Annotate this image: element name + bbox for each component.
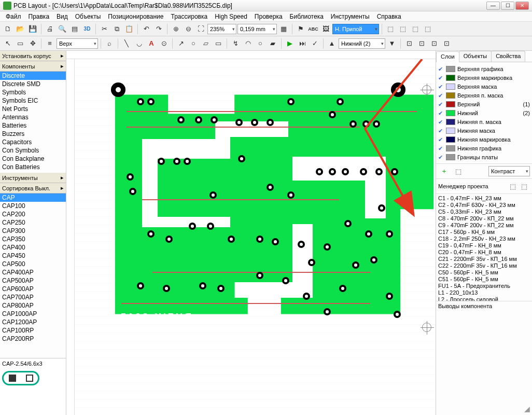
proj-item[interactable]: C18 - 2,2mF 250v - КН_23 мм [438,236,530,242]
zoom-combo[interactable]: 235% [207,24,236,34]
menu-tools[interactable]: Инструменты [327,12,373,21]
tool-d-icon[interactable]: ⬚ [422,23,433,35]
close-button[interactable]: ✕ [515,2,529,10]
pad[interactable] [147,98,155,105]
proj-item[interactable]: C22 - 2200mF 35v - КП_16 мм [438,262,530,269]
undo-icon[interactable]: ↶ [141,23,152,35]
zoom-fit-icon[interactable]: ⛶ [195,23,206,35]
pad[interactable] [352,261,359,269]
menu-library[interactable]: Библиотека [286,12,327,21]
pad[interactable] [177,116,185,123]
pad[interactable] [211,116,218,123]
lib-item[interactable]: Net Ports [0,105,66,113]
pad[interactable] [272,238,279,245]
menu-routing[interactable]: Трассировка [167,12,212,21]
pad[interactable] [386,293,393,300]
maximize-button[interactable]: ☐ [501,2,514,10]
proj-item[interactable]: FU1 - 5А - Предохранитель [438,283,530,289]
comp-item[interactable]: CAP400AP [0,268,66,276]
pad[interactable] [137,98,144,105]
proj-item[interactable]: C50 - 560pF - КН_5 мм [438,269,530,276]
layer-row[interactable]: ✔Верхняя маска [436,82,532,91]
pad[interactable] [165,236,173,243]
preview-icon[interactable]: 🔍 [57,23,68,35]
proj-item[interactable]: C17 - 560p - КН_6 мм [438,229,530,236]
comp-item[interactable]: CAP [0,193,66,202]
layer-icon[interactable]: ≡ [44,38,55,49]
line-tool-icon[interactable]: ╲ [121,38,132,49]
proj-tool1-icon[interactable]: ⬚ [507,181,519,192]
component-list[interactable]: CAPCAP100CAP200CAP250CAP300CAP350CAP400C… [0,193,66,358]
step-icon[interactable]: ⏭ [297,38,308,49]
pad[interactable] [391,168,398,175]
misc3-icon[interactable]: ⊡ [428,38,440,49]
misc2-icon[interactable]: ⊡ [416,38,427,49]
comp-item[interactable]: CAP1200AP [0,318,66,326]
zoom-out-icon[interactable]: ⊖ [183,23,194,35]
pan-tool-icon[interactable]: ✥ [27,38,38,49]
circle-icon[interactable]: ○ [255,38,266,49]
proj-item[interactable]: C8 - 470mF 200v - КП_22 мм [438,215,530,222]
layer-props-icon[interactable]: ⬚ [453,165,464,177]
panel-head-sort[interactable]: Сортировка Выкл.▸ [0,183,66,193]
contrast-combo[interactable]: Контраст [488,166,530,176]
layer-row[interactable]: ✔Нижний(2) [436,108,532,117]
pad[interactable] [195,116,202,123]
menu-edit[interactable]: Правка [25,12,53,21]
pad[interactable] [362,120,370,128]
pad[interactable] [303,293,310,300]
minimize-button[interactable]: — [486,2,500,10]
misc4-icon[interactable]: ⊡ [441,38,452,49]
pad[interactable] [235,119,243,126]
add-layer-icon[interactable]: ＋ [438,165,450,177]
check-icon[interactable]: ✔ [438,75,444,80]
pad[interactable] [324,243,331,251]
arrow-tool-icon[interactable]: ↖ [2,38,13,49]
panel-head-body[interactable]: Установить корпус▸ [0,51,66,61]
paste-icon[interactable]: 📋 [123,23,135,35]
check-icon[interactable]: ✔ [438,145,444,151]
pad[interactable] [386,230,393,238]
rect-icon[interactable]: ▭ [213,38,224,49]
layer-row[interactable]: ✔Границы платы [436,153,532,161]
pad[interactable] [207,223,214,230]
grid-combo[interactable]: 0,159 mm [237,24,277,34]
pad[interactable] [365,230,372,238]
comp-item[interactable]: CAP350 [0,235,66,243]
proj-item[interactable]: C20 - 0,47mF - КН_8 мм [438,249,530,256]
tab-layers[interactable]: Слои [436,51,459,62]
track2-icon[interactable]: ↯ [230,38,241,49]
proj-item[interactable]: C51 - 560pF - КН_5 мм [438,276,530,283]
panel-head-components[interactable]: Компоненты▸ [0,61,66,72]
top-layer-combo[interactable]: Верх [57,38,98,49]
panel-icon[interactable]: ▤ [69,23,80,35]
lib-item[interactable]: Antennas [0,113,66,121]
comp-item[interactable]: CAP500AP [0,276,66,285]
tab-properties[interactable]: Свойства [491,51,525,62]
run-icon[interactable]: ▶ [284,38,296,49]
pad[interactable] [344,220,352,227]
picture-icon[interactable]: 🖼 [320,23,331,35]
pad[interactable] [373,120,380,128]
menu-help[interactable]: Справка [373,12,405,21]
tool-b-icon[interactable]: ⬚ [397,23,409,35]
via-icon[interactable]: ○ [188,38,199,49]
pad[interactable] [370,256,377,264]
pad[interactable] [308,259,315,266]
new-icon[interactable]: 🗋 [2,23,13,35]
proj-item[interactable]: L2 - Дроссель силовой [438,296,530,301]
menu-positioning[interactable]: Позиционирование [104,12,167,21]
layer-row[interactable]: ✔Нижняя маркировка [436,135,532,144]
tool-c-icon[interactable]: ⬚ [410,23,421,35]
resize-grip-icon[interactable]: ◢ [524,405,530,413]
layer-row[interactable]: ✔Нижняя маска [436,126,532,135]
menu-check[interactable]: Проверка [251,12,286,21]
arc-icon[interactable]: ◠ [242,38,254,49]
comp-item[interactable]: CAP300 [0,227,66,235]
menu-objects[interactable]: Объекты [72,12,105,21]
pad[interactable] [287,98,295,105]
pad[interactable] [251,119,258,126]
pad[interactable] [267,119,274,126]
find-icon[interactable]: ⌕ [104,38,115,49]
lib-item[interactable]: Discrete [0,72,66,80]
